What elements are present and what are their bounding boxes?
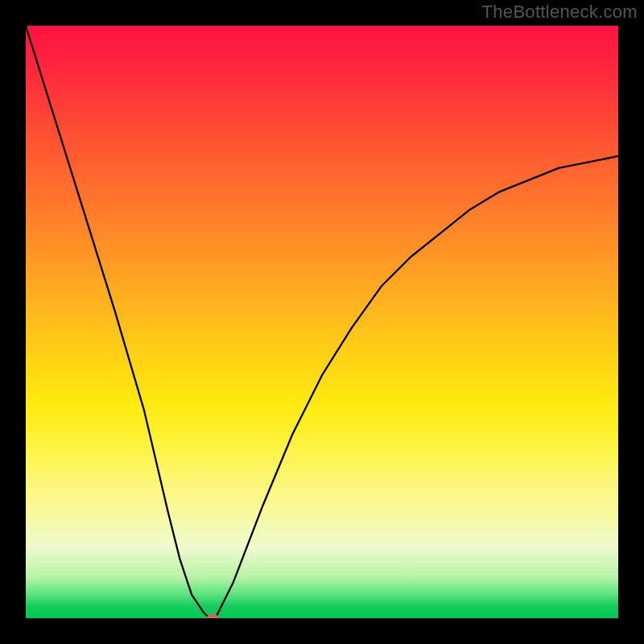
chart-frame: TheBottleneck.com xyxy=(0,0,644,644)
curve-svg xyxy=(26,26,618,618)
watermark-label: TheBottleneck.com xyxy=(482,2,638,23)
minimum-point-marker xyxy=(206,614,218,619)
bottleneck-curve xyxy=(26,26,618,618)
plot-area xyxy=(26,26,618,618)
